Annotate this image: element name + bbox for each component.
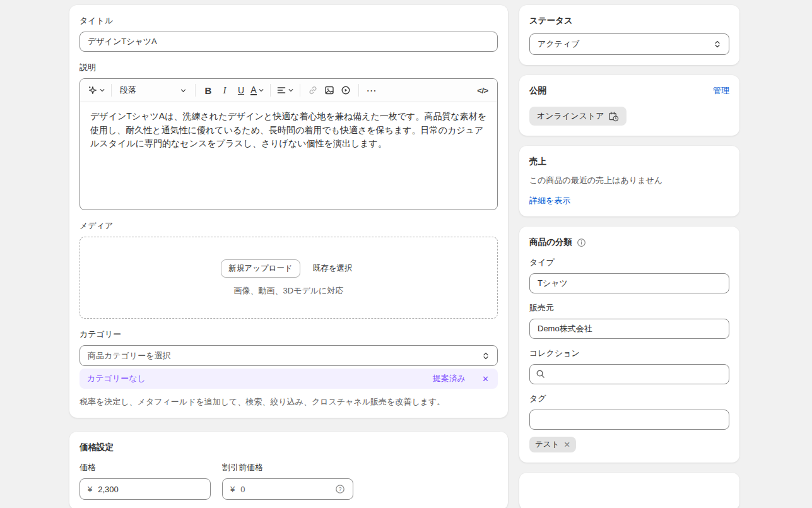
tags-input[interactable] bbox=[529, 410, 729, 430]
link-button[interactable] bbox=[305, 81, 321, 99]
svg-text:?: ? bbox=[339, 486, 342, 492]
italic-button[interactable]: I bbox=[216, 81, 233, 99]
status-card: ステータス アクティブ bbox=[519, 5, 739, 65]
bold-button[interactable]: B bbox=[200, 81, 216, 99]
publishing-heading: 公開 bbox=[529, 85, 546, 97]
sales-card: 売上 この商品の最近の売上はありません 詳細を表示 bbox=[519, 146, 739, 216]
category-select[interactable]: 商品カテゴリーを選択 bbox=[79, 345, 498, 366]
chevron-down-icon bbox=[180, 87, 187, 94]
insert-video-button[interactable] bbox=[338, 81, 354, 99]
pricing-fields: 価格 ¥ 2,300 割引前価格 ¥ 0 ? bbox=[79, 462, 498, 500]
tags-label: タグ bbox=[529, 393, 729, 405]
collections-input[interactable] bbox=[529, 364, 729, 384]
editor-toolbar: 段落 B I U A bbox=[80, 79, 497, 102]
category-helper-text: 税率を決定し、メタフィールドを追加して、検索、絞り込み、クロスチャネル販売を改善… bbox=[79, 396, 498, 408]
category-suggestion-banner: カテゴリーなし 提案済み ✕ bbox=[79, 369, 498, 389]
publishing-card: 公開 管理 オンラインストア bbox=[519, 75, 739, 136]
title-label: タイトル bbox=[79, 15, 498, 27]
paragraph-style-label: 段落 bbox=[120, 85, 136, 96]
pricing-heading: 価格設定 bbox=[79, 442, 498, 453]
title-input[interactable] bbox=[79, 32, 498, 52]
price-field-group: 価格 ¥ 2,300 bbox=[79, 462, 211, 500]
alignment-button[interactable] bbox=[275, 81, 295, 99]
next-card-partial bbox=[519, 473, 739, 508]
price-input[interactable]: ¥ 2,300 bbox=[79, 478, 211, 500]
align-left-icon bbox=[276, 85, 286, 95]
price-label: 価格 bbox=[79, 462, 211, 473]
tag-chip-label: テスト bbox=[535, 439, 559, 450]
currency-prefix: ¥ bbox=[230, 485, 235, 494]
compare-price-label: 割引前価格 bbox=[222, 462, 353, 473]
banner-close-icon[interactable]: ✕ bbox=[481, 374, 490, 384]
publishing-header: 公開 管理 bbox=[529, 85, 729, 97]
toolbar-divider bbox=[358, 84, 359, 97]
text-color-letter: A bbox=[250, 86, 256, 95]
sales-heading: 売上 bbox=[529, 156, 729, 167]
media-buttons: 新規アップロード 既存を選択 bbox=[221, 259, 356, 278]
collections-input-wrap bbox=[529, 364, 729, 384]
currency-prefix: ¥ bbox=[88, 485, 92, 494]
product-details-card: タイトル 説明 段落 bbox=[69, 5, 508, 418]
description-editor: 段落 B I U A bbox=[79, 78, 498, 210]
category-placeholder: 商品カテゴリーを選択 bbox=[88, 350, 171, 362]
text-color-button[interactable]: A bbox=[249, 81, 266, 99]
ai-sparkle-button[interactable] bbox=[86, 81, 107, 99]
help-icon[interactable]: ? bbox=[335, 484, 345, 494]
description-text[interactable]: デザインTシャツAは、洗練されたデザインと快適な着心地を兼ね備えた一枚です。高品… bbox=[80, 102, 497, 210]
media-label: メディア bbox=[79, 220, 498, 232]
search-icon bbox=[536, 369, 545, 381]
main-column: タイトル 説明 段落 bbox=[69, 5, 508, 508]
tag-chip: テスト ✕ bbox=[529, 437, 576, 452]
price-value: 2,300 bbox=[98, 485, 203, 494]
manage-link[interactable]: 管理 bbox=[713, 85, 729, 97]
sales-empty-text: この商品の最近の売上はありません bbox=[529, 175, 729, 186]
select-updown-icon bbox=[482, 351, 490, 360]
organization-heading: 商品の分類 bbox=[529, 237, 572, 248]
sales-details-link[interactable]: 詳細を表示 bbox=[529, 196, 570, 205]
paragraph-style-dropdown[interactable]: 段落 bbox=[116, 81, 191, 99]
status-value: アクティブ bbox=[538, 38, 580, 50]
show-html-button[interactable]: </> bbox=[474, 81, 491, 99]
play-circle-icon bbox=[341, 85, 351, 95]
media-dropzone[interactable]: 新規アップロード 既存を選択 画像、動画、3Dモデルに対応 bbox=[79, 237, 498, 319]
info-icon[interactable] bbox=[577, 238, 586, 247]
link-icon bbox=[308, 85, 318, 95]
pricing-card: 価格設定 価格 ¥ 2,300 割引前価格 ¥ 0 bbox=[69, 432, 508, 508]
select-existing-button[interactable]: 既存を選択 bbox=[309, 263, 356, 275]
vendor-field: 販売元 bbox=[529, 302, 729, 339]
more-options-button[interactable]: ⋯ bbox=[363, 81, 380, 99]
type-label: タイプ bbox=[529, 257, 729, 268]
page: タイトル 説明 段落 bbox=[0, 0, 812, 508]
tags-field: タグ テスト ✕ bbox=[529, 393, 729, 452]
toolbar-divider bbox=[270, 84, 271, 97]
sidebar: ステータス アクティブ 公開 管理 オンラインストア bbox=[519, 5, 739, 508]
upload-new-button[interactable]: 新規アップロード bbox=[221, 259, 300, 278]
vendor-label: 販売元 bbox=[529, 302, 729, 314]
toolbar-divider bbox=[195, 84, 196, 97]
media-hint: 画像、動画、3Dモデルに対応 bbox=[234, 285, 344, 297]
underline-button[interactable]: U bbox=[233, 81, 249, 99]
category-label: カテゴリー bbox=[79, 329, 498, 340]
type-input[interactable] bbox=[529, 273, 729, 293]
compare-price-field-group: 割引前価格 ¥ 0 ? bbox=[222, 462, 353, 500]
chevron-down-icon bbox=[99, 87, 105, 93]
insert-image-button[interactable] bbox=[321, 81, 338, 99]
category-none-text: カテゴリーなし bbox=[87, 373, 418, 384]
chevron-down-icon bbox=[258, 87, 264, 93]
online-store-badge[interactable]: オンラインストア bbox=[529, 107, 627, 126]
description-label: 説明 bbox=[79, 62, 498, 73]
sparkle-icon bbox=[88, 85, 98, 95]
online-store-label: オンラインストア bbox=[537, 110, 604, 122]
tag-remove-icon[interactable]: ✕ bbox=[563, 440, 570, 449]
vendor-input[interactable] bbox=[529, 319, 729, 339]
product-organization-card: 商品の分類 タイプ 販売元 コレクション bbox=[519, 227, 739, 463]
organization-header: 商品の分類 bbox=[529, 237, 729, 248]
suggested-link[interactable]: 提案済み bbox=[433, 373, 466, 384]
chevron-down-icon bbox=[288, 87, 294, 93]
select-updown-icon bbox=[714, 40, 721, 49]
compare-price-input[interactable]: ¥ 0 ? bbox=[222, 478, 353, 500]
calendar-clock-icon bbox=[608, 111, 619, 122]
status-select[interactable]: アクティブ bbox=[529, 33, 729, 55]
image-icon bbox=[324, 85, 334, 95]
status-heading: ステータス bbox=[529, 15, 729, 27]
